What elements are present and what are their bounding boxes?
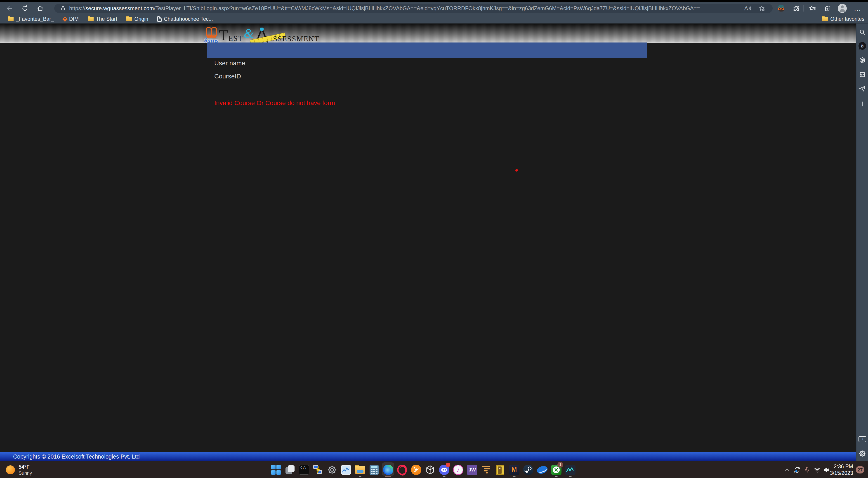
sidebar-settings-icon[interactable] [858, 449, 867, 458]
task-manager-button[interactable] [339, 461, 353, 478]
taskbar: 54°F Sunny C:\ [0, 461, 868, 478]
file-explorer-icon [355, 466, 365, 474]
toolbar-separator [803, 5, 804, 11]
page-header-band: Saras T EST & SSESSMENT [0, 24, 856, 43]
back-icon[interactable] [3, 2, 16, 15]
discord-button[interactable] [437, 461, 451, 478]
itunes-icon: ♪ [453, 465, 463, 475]
logo-text-est: EST [228, 34, 243, 43]
sidebar-drop-icon[interactable] [858, 84, 867, 93]
calculator-button[interactable] [367, 461, 381, 478]
task-manager-icon [341, 465, 351, 475]
url-text[interactable]: https://secure.wguassessment.com/TestPla… [69, 5, 700, 11]
favorites-icon[interactable] [807, 2, 818, 15]
refresh-icon[interactable] [19, 2, 31, 15]
add-favorite-icon[interactable] [756, 4, 768, 13]
tray-clock[interactable]: 2:36 PM 3/15/2023 [829, 461, 853, 478]
tray-chevron-icon[interactable] [782, 461, 792, 478]
folder-icon [126, 17, 132, 21]
folder-icon [8, 17, 13, 21]
sun-icon [6, 465, 15, 474]
orange-burst-app-button[interactable] [409, 461, 423, 478]
edge-button[interactable] [381, 461, 395, 478]
cube-icon [425, 465, 435, 475]
command-prompt-icon: C:\ [299, 465, 309, 475]
active-indicator [385, 476, 391, 477]
sidebar-hexagon-tools-icon[interactable] [858, 56, 867, 65]
sidebar-outlook-icon[interactable] [858, 70, 867, 79]
notification-count-badge[interactable]: 27 [856, 466, 864, 474]
jw-library-icon: JW [467, 465, 477, 475]
saras-test-assessment-logo: Saras T EST & SSESSMENT [204, 26, 298, 45]
m-app-button[interactable]: M [507, 461, 521, 478]
folder-icon [88, 17, 94, 21]
username-label: User name [214, 60, 245, 67]
sidebar-separator [859, 432, 866, 432]
tray-wifi-icon[interactable] [812, 461, 822, 478]
favorite-the-start[interactable]: The Start [83, 15, 122, 23]
weather-widget[interactable]: 54°F Sunny [6, 461, 32, 478]
tornado-app-button[interactable] [479, 461, 493, 478]
remote-transfer-button[interactable] [311, 461, 325, 478]
discord-notification-badge [446, 463, 450, 467]
voicemod-button[interactable] [563, 461, 577, 478]
windows-logo-icon [271, 465, 281, 475]
xbox-button[interactable]: 1 [549, 461, 563, 478]
weather-condition: Sunny [19, 470, 32, 476]
collections-icon[interactable] [822, 2, 833, 15]
start-button[interactable] [269, 461, 283, 478]
sidebar-bing-chat-icon[interactable]: b [858, 41, 867, 51]
settings-button[interactable] [325, 461, 339, 478]
command-prompt-button[interactable]: C:\ [297, 461, 311, 478]
favorite-dim[interactable]: DIM [59, 15, 83, 23]
home-icon[interactable] [34, 2, 46, 15]
pixel-door-icon [496, 465, 504, 475]
running-indicator [359, 476, 362, 477]
address-bar[interactable]: https://secure.wguassessment.com/TestPla… [54, 4, 773, 13]
orange-burst-icon [411, 465, 421, 475]
jw-library-button[interactable]: JW [465, 461, 479, 478]
other-favorites-button[interactable]: Other favorites [822, 15, 864, 23]
file-explorer-button[interactable] [353, 461, 367, 478]
folder-icon [822, 17, 828, 21]
read-aloud-icon[interactable]: A [742, 4, 754, 13]
settings-more-icon[interactable]: ... [852, 2, 864, 15]
tray-sync-icon[interactable] [793, 461, 802, 478]
extension-robot-icon[interactable] [775, 2, 787, 15]
itunes-button[interactable]: ♪ [451, 461, 465, 478]
opera-gx-button[interactable] [395, 461, 409, 478]
running-indicator [513, 476, 516, 477]
webpage: Saras T EST & SSESSMENT User name Course… [0, 24, 856, 461]
running-indicator [555, 476, 558, 477]
lock-icon[interactable] [60, 5, 66, 11]
logo-text-ssessment: SSESSMENT [273, 35, 319, 43]
profile-avatar[interactable] [836, 2, 848, 15]
voicemod-icon [565, 465, 576, 475]
favorite-origin[interactable]: Origin [122, 15, 153, 23]
page-footer: Copyrights © 2016 Excelsoft Technologies… [0, 452, 856, 461]
favorite-chattahoochee[interactable]: Chattahoochee Tec... [153, 15, 217, 23]
sidebar-search-icon[interactable] [858, 28, 867, 37]
edge-icon [383, 465, 393, 475]
tray-time: 2:36 PM [834, 463, 853, 470]
tray-microphone-icon[interactable] [802, 461, 812, 478]
desktop-screen: https://secure.wguassessment.com/TestPla… [0, 0, 868, 478]
logo-letter-t: T [219, 26, 228, 44]
extensions-puzzle-icon[interactable] [790, 2, 802, 15]
pixel-door-app-button[interactable] [493, 461, 507, 478]
weather-temperature: 54°F [19, 464, 32, 470]
steam-icon [523, 465, 533, 475]
logo-ampersand: & [244, 26, 254, 41]
task-view-button[interactable] [283, 461, 297, 478]
favorite-favorites-bar-folder[interactable]: _Favorites_Bar_ [3, 15, 59, 23]
wireframe-cube-app-button[interactable] [423, 461, 437, 478]
sidebar-add-icon[interactable] [858, 99, 867, 108]
remote-transfer-icon [313, 465, 323, 475]
steam-button[interactable] [521, 461, 535, 478]
calculator-icon [370, 465, 379, 475]
opera-gx-icon [397, 465, 407, 475]
sidebar-panel-toggle-icon[interactable] [858, 435, 867, 444]
tray-date: 3/15/2023 [830, 470, 853, 476]
m-app-icon: M [509, 465, 520, 475]
battle-net-button[interactable] [535, 461, 549, 478]
